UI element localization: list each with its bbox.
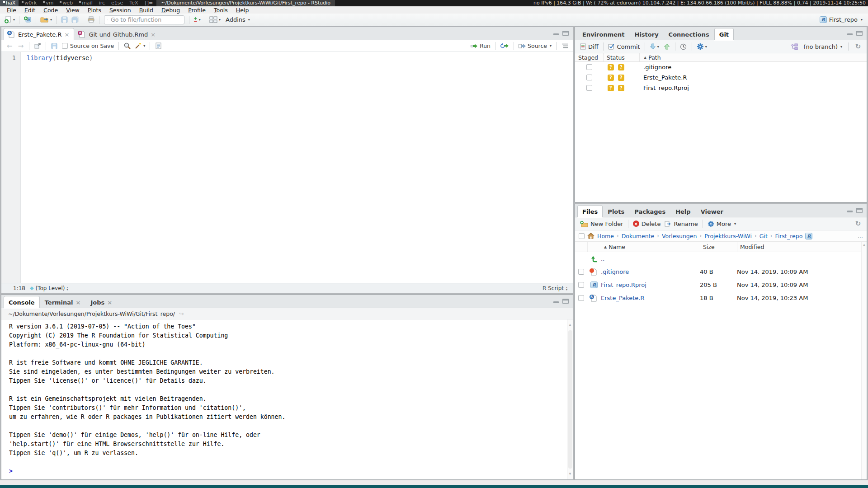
workspace-w0rk[interactable]: w0rk bbox=[19, 0, 40, 6]
tab-erste-pakete[interactable]: R Erste_Pakete.R × bbox=[4, 28, 74, 40]
scroll-down-icon[interactable]: ▼ bbox=[569, 469, 571, 479]
menu-help[interactable]: Help bbox=[232, 7, 253, 14]
code-editor[interactable]: 1 library(tidyverse) bbox=[1, 52, 573, 283]
workspace-haX[interactable]: haX bbox=[0, 0, 19, 6]
close-icon[interactable]: × bbox=[76, 299, 81, 306]
breadcrumb-git[interactable]: Git bbox=[760, 233, 768, 239]
breadcrumb-first-repo[interactable]: First_repo bbox=[775, 233, 803, 239]
git-row[interactable]: ?? .gitignore bbox=[575, 62, 867, 72]
new-file-button[interactable]: ▾ bbox=[3, 14, 16, 25]
tab-git-und-github[interactable]: R Git-und-Github.Rmd × bbox=[74, 28, 160, 40]
workspace-irc[interactable]: irc bbox=[96, 0, 108, 6]
file-row[interactable]: .gitignore 40 B Nov 14, 2019, 10:09 AM bbox=[575, 265, 867, 278]
column-name[interactable]: ▲Name bbox=[601, 242, 700, 252]
close-icon[interactable]: × bbox=[151, 31, 156, 38]
workspace-TeX[interactable]: TeX bbox=[126, 0, 141, 6]
maximize-icon[interactable] bbox=[562, 31, 569, 36]
git-refresh-button[interactable]: ↻ bbox=[853, 41, 863, 52]
column-path[interactable]: ▲Path bbox=[639, 53, 867, 61]
close-icon[interactable]: × bbox=[64, 31, 69, 38]
run-button[interactable]: Run bbox=[469, 41, 492, 52]
tab-history[interactable]: History bbox=[630, 28, 664, 40]
tab-help[interactable]: Help bbox=[670, 205, 695, 217]
files-refresh-button[interactable]: ↻ bbox=[853, 218, 863, 229]
menu-tools[interactable]: Tools bbox=[210, 7, 232, 14]
menu-profile[interactable]: Profile bbox=[184, 7, 210, 14]
back-button[interactable]: ← bbox=[5, 41, 14, 52]
file-checkbox[interactable] bbox=[578, 269, 584, 275]
minimize-icon[interactable] bbox=[553, 299, 559, 304]
workspace-mail[interactable]: mail bbox=[76, 0, 96, 6]
more-button[interactable]: More ▾ bbox=[706, 218, 737, 229]
menu-view[interactable]: View bbox=[62, 7, 84, 14]
maximize-icon[interactable] bbox=[562, 299, 569, 304]
forward-button[interactable]: → bbox=[16, 41, 26, 52]
menu-debug[interactable]: Debug bbox=[157, 7, 184, 14]
menu-file[interactable]: File bbox=[3, 7, 20, 14]
scrollbar-thumb[interactable] bbox=[568, 330, 572, 469]
up-directory-row[interactable]: .. bbox=[575, 252, 867, 265]
save-all-button[interactable] bbox=[70, 14, 80, 25]
close-icon[interactable]: × bbox=[107, 299, 112, 306]
console-scrollbar[interactable]: ▲ ▼ bbox=[567, 319, 573, 479]
source-on-save-checkbox[interactable]: Source on Save bbox=[61, 41, 115, 52]
rename-button[interactable]: Rename bbox=[663, 218, 699, 229]
tab-environment[interactable]: Environment bbox=[577, 28, 630, 40]
document-outline-button[interactable] bbox=[560, 41, 570, 52]
breadcrumb-home[interactable]: Home bbox=[597, 233, 614, 239]
save-document-button[interactable] bbox=[49, 41, 59, 52]
file-link[interactable]: First_repo.Rproj bbox=[601, 282, 646, 288]
column-staged[interactable]: Staged bbox=[575, 54, 603, 61]
push-button[interactable] bbox=[662, 41, 672, 52]
tab-packages[interactable]: Packages bbox=[629, 205, 670, 217]
git-more-button[interactable]: ▾ bbox=[695, 41, 708, 52]
tab-jobs[interactable]: Jobs× bbox=[85, 296, 117, 308]
history-button[interactable] bbox=[679, 41, 689, 52]
maximize-icon[interactable] bbox=[856, 31, 863, 36]
up-directory-link[interactable]: .. bbox=[601, 255, 604, 262]
files-scrollbar[interactable]: ▲ bbox=[861, 242, 867, 479]
goto-directory-icon[interactable]: ↪ bbox=[179, 310, 184, 317]
branch-selector[interactable]: (no branch) ▾ bbox=[802, 41, 844, 52]
code-tools-button[interactable]: ▾ bbox=[133, 41, 146, 52]
console-output-area[interactable]: R version 3.6.1 (2019-07-05) -- "Action … bbox=[1, 319, 573, 479]
file-link[interactable]: .gitignore bbox=[601, 268, 629, 275]
source-button[interactable]: Source ▾ bbox=[517, 41, 553, 52]
tab-git[interactable]: Git bbox=[714, 28, 734, 40]
menu-edit[interactable]: Edit bbox=[20, 7, 39, 14]
staged-checkbox[interactable] bbox=[586, 75, 592, 80]
menu-session[interactable]: Session bbox=[105, 7, 135, 14]
file-link[interactable]: Erste_Pakete.R bbox=[601, 295, 644, 301]
workspace-vm[interactable]: vm bbox=[40, 0, 57, 6]
delete-button[interactable]: × Delete bbox=[632, 218, 662, 229]
breadcrumb-overflow[interactable]: ... bbox=[858, 233, 863, 239]
file-checkbox[interactable] bbox=[578, 282, 584, 288]
scroll-up-icon[interactable]: ▲ bbox=[569, 320, 571, 329]
tab-plots[interactable]: Plots bbox=[603, 205, 629, 217]
pull-button[interactable]: ▾ bbox=[648, 41, 660, 52]
scroll-up-icon[interactable]: ▲ bbox=[863, 243, 865, 247]
minimize-icon[interactable] bbox=[847, 31, 853, 36]
branch-viewer-button[interactable] bbox=[789, 41, 799, 52]
commit-button[interactable]: Commit bbox=[607, 41, 642, 52]
column-size[interactable]: Size bbox=[700, 242, 737, 252]
find-replace-button[interactable] bbox=[122, 41, 132, 52]
staged-checkbox[interactable] bbox=[586, 85, 592, 91]
breadcrumb-vorlesungen[interactable]: Vorlesungen bbox=[662, 233, 697, 239]
diff-button[interactable]: Diff bbox=[579, 41, 600, 52]
workspace-panes-button[interactable]: ▾ bbox=[208, 14, 222, 25]
workspace-e1se[interactable]: e1se bbox=[108, 0, 126, 6]
new-folder-button[interactable]: New Folder bbox=[579, 218, 625, 229]
tab-files[interactable]: Files bbox=[577, 205, 603, 217]
save-button[interactable] bbox=[59, 14, 69, 25]
goto-file-function-box[interactable] bbox=[104, 15, 184, 24]
compile-report-button[interactable] bbox=[153, 41, 163, 52]
open-file-button[interactable]: ▾ bbox=[39, 14, 53, 25]
menu-plots[interactable]: Plots bbox=[84, 7, 105, 14]
tab-console[interactable]: Console bbox=[4, 296, 40, 308]
version-control-button[interactable]: +− ▾ bbox=[192, 14, 202, 25]
file-row[interactable]: R Erste_Pakete.R 18 B Nov 14, 2019, 10:2… bbox=[575, 291, 867, 305]
tab-viewer[interactable]: Viewer bbox=[696, 205, 728, 217]
staged-checkbox[interactable] bbox=[586, 64, 592, 70]
project-selector[interactable]: R First_repo ▾ bbox=[820, 16, 865, 23]
